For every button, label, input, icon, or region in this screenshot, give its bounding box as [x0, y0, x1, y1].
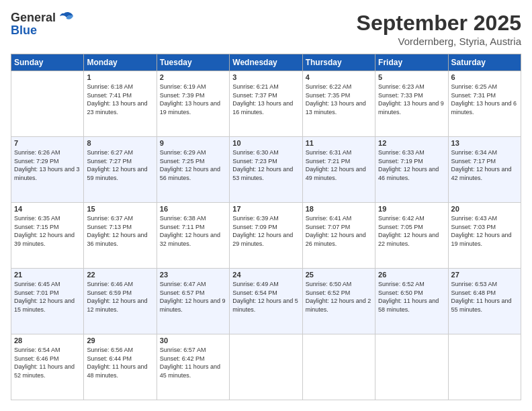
- week-row-3: 14 Sunrise: 6:35 AMSunset: 7:15 PMDaylig…: [11, 203, 521, 269]
- title-block: September 2025 Vordernberg, Styria, Aust…: [357, 11, 521, 47]
- calendar-cell: 22 Sunrise: 6:46 AMSunset: 6:59 PMDaylig…: [84, 269, 157, 334]
- day-info: Sunrise: 6:41 AMSunset: 7:07 PMDaylight:…: [306, 214, 372, 248]
- calendar-cell: [448, 334, 521, 400]
- col-tuesday: Tuesday: [157, 54, 229, 71]
- calendar-cell: 19 Sunrise: 6:42 AMSunset: 7:05 PMDaylig…: [375, 203, 448, 269]
- day-info: Sunrise: 6:56 AMSunset: 6:44 PMDaylight:…: [87, 346, 153, 379]
- col-monday: Monday: [84, 54, 157, 71]
- day-info: Sunrise: 6:29 AMSunset: 7:25 PMDaylight:…: [160, 148, 226, 182]
- day-number: 19: [378, 205, 445, 213]
- calendar-cell: [230, 334, 302, 400]
- day-info: Sunrise: 6:26 AMSunset: 7:29 PMDaylight:…: [14, 148, 81, 182]
- day-number: 7: [14, 139, 81, 147]
- day-info: Sunrise: 6:19 AMSunset: 7:39 PMDaylight:…: [160, 83, 226, 116]
- col-saturday: Saturday: [448, 54, 521, 71]
- calendar-cell: 29 Sunrise: 6:56 AMSunset: 6:44 PMDaylig…: [84, 334, 157, 400]
- calendar-cell: 20 Sunrise: 6:43 AMSunset: 7:03 PMDaylig…: [448, 203, 521, 269]
- calendar-cell: 17 Sunrise: 6:39 AMSunset: 7:09 PMDaylig…: [230, 203, 302, 269]
- calendar-cell: 25 Sunrise: 6:50 AMSunset: 6:52 PMDaylig…: [302, 269, 375, 334]
- calendar-cell: 8 Sunrise: 6:27 AMSunset: 7:27 PMDayligh…: [84, 137, 157, 203]
- day-info: Sunrise: 6:38 AMSunset: 7:11 PMDaylight:…: [160, 214, 226, 248]
- day-info: Sunrise: 6:42 AMSunset: 7:05 PMDaylight:…: [378, 214, 445, 248]
- day-info: Sunrise: 6:53 AMSunset: 6:48 PMDaylight:…: [451, 280, 518, 314]
- week-row-1: 1 Sunrise: 6:18 AMSunset: 7:41 PMDayligh…: [11, 71, 521, 137]
- header: General Blue September 2025 Vordernberg,…: [11, 11, 521, 47]
- day-info: Sunrise: 6:18 AMSunset: 7:41 PMDaylight:…: [87, 83, 153, 116]
- calendar-cell: 27 Sunrise: 6:53 AMSunset: 6:48 PMDaylig…: [448, 269, 521, 334]
- day-info: Sunrise: 6:43 AMSunset: 7:03 PMDaylight:…: [451, 214, 518, 248]
- day-info: Sunrise: 6:45 AMSunset: 7:01 PMDaylight:…: [14, 280, 81, 314]
- day-number: 2: [160, 73, 226, 81]
- day-number: 18: [306, 205, 372, 213]
- logo-bird-icon: [57, 11, 75, 26]
- col-thursday: Thursday: [302, 54, 375, 71]
- day-info: Sunrise: 6:27 AMSunset: 7:27 PMDaylight:…: [87, 148, 153, 182]
- day-number: 1: [87, 73, 153, 81]
- day-number: 5: [378, 73, 445, 81]
- day-number: 20: [451, 205, 518, 213]
- day-number: 22: [87, 271, 153, 279]
- calendar-cell: 13 Sunrise: 6:34 AMSunset: 7:17 PMDaylig…: [448, 137, 521, 203]
- day-number: 25: [306, 271, 372, 279]
- day-info: Sunrise: 6:54 AMSunset: 6:46 PMDaylight:…: [14, 346, 81, 379]
- day-number: 3: [232, 73, 299, 81]
- day-number: 26: [378, 271, 445, 279]
- day-number: 29: [87, 336, 153, 345]
- day-info: Sunrise: 6:23 AMSunset: 7:33 PMDaylight:…: [378, 83, 445, 116]
- calendar-cell: 4 Sunrise: 6:22 AMSunset: 7:35 PMDayligh…: [302, 71, 375, 137]
- day-number: 15: [87, 205, 153, 213]
- week-row-4: 21 Sunrise: 6:45 AMSunset: 7:01 PMDaylig…: [11, 269, 521, 334]
- calendar-cell: 28 Sunrise: 6:54 AMSunset: 6:46 PMDaylig…: [11, 334, 84, 400]
- day-number: 9: [160, 139, 226, 147]
- calendar-cell: 14 Sunrise: 6:35 AMSunset: 7:15 PMDaylig…: [11, 203, 84, 269]
- calendar-cell: 15 Sunrise: 6:37 AMSunset: 7:13 PMDaylig…: [84, 203, 157, 269]
- day-number: 27: [451, 271, 518, 279]
- day-info: Sunrise: 6:49 AMSunset: 6:54 PMDaylight:…: [232, 280, 299, 314]
- day-number: 28: [14, 336, 81, 345]
- day-number: 23: [160, 271, 226, 279]
- day-info: Sunrise: 6:21 AMSunset: 7:37 PMDaylight:…: [232, 83, 299, 116]
- logo-blue: Blue: [11, 24, 75, 38]
- day-info: Sunrise: 6:46 AMSunset: 6:59 PMDaylight:…: [87, 280, 153, 314]
- calendar-cell: [11, 71, 84, 137]
- week-row-2: 7 Sunrise: 6:26 AMSunset: 7:29 PMDayligh…: [11, 137, 521, 203]
- calendar-cell: [375, 334, 448, 400]
- day-number: 12: [378, 139, 445, 147]
- day-info: Sunrise: 6:35 AMSunset: 7:15 PMDaylight:…: [14, 214, 81, 248]
- calendar-cell: 21 Sunrise: 6:45 AMSunset: 7:01 PMDaylig…: [11, 269, 84, 334]
- calendar-table: Sunday Monday Tuesday Wednesday Thursday…: [11, 54, 521, 400]
- day-number: 13: [451, 139, 518, 147]
- day-number: 17: [232, 205, 299, 213]
- calendar-cell: 6 Sunrise: 6:25 AMSunset: 7:31 PMDayligh…: [448, 71, 521, 137]
- day-info: Sunrise: 6:33 AMSunset: 7:19 PMDaylight:…: [378, 148, 445, 182]
- calendar-cell: [302, 334, 375, 400]
- day-number: 6: [451, 73, 518, 81]
- col-friday: Friday: [375, 54, 448, 71]
- day-info: Sunrise: 6:22 AMSunset: 7:35 PMDaylight:…: [306, 83, 372, 116]
- calendar-cell: 3 Sunrise: 6:21 AMSunset: 7:37 PMDayligh…: [230, 71, 302, 137]
- calendar-cell: 7 Sunrise: 6:26 AMSunset: 7:29 PMDayligh…: [11, 137, 84, 203]
- day-info: Sunrise: 6:57 AMSunset: 6:42 PMDaylight:…: [160, 346, 226, 379]
- calendar-cell: 23 Sunrise: 6:47 AMSunset: 6:57 PMDaylig…: [157, 269, 229, 334]
- calendar-cell: 18 Sunrise: 6:41 AMSunset: 7:07 PMDaylig…: [302, 203, 375, 269]
- day-number: 4: [306, 73, 372, 81]
- day-number: 24: [232, 271, 299, 279]
- calendar-header-row: Sunday Monday Tuesday Wednesday Thursday…: [11, 54, 521, 71]
- day-number: 10: [232, 139, 299, 147]
- calendar-cell: 30 Sunrise: 6:57 AMSunset: 6:42 PMDaylig…: [157, 334, 229, 400]
- logo-general: General: [11, 11, 56, 25]
- calendar-cell: 2 Sunrise: 6:19 AMSunset: 7:39 PMDayligh…: [157, 71, 229, 137]
- location: Vordernberg, Styria, Austria: [357, 36, 521, 47]
- calendar-cell: 10 Sunrise: 6:30 AMSunset: 7:23 PMDaylig…: [230, 137, 302, 203]
- page: General Blue September 2025 Vordernberg,…: [0, 0, 532, 411]
- day-info: Sunrise: 6:25 AMSunset: 7:31 PMDaylight:…: [451, 83, 518, 116]
- calendar-cell: 5 Sunrise: 6:23 AMSunset: 7:33 PMDayligh…: [375, 71, 448, 137]
- day-number: 8: [87, 139, 153, 147]
- day-info: Sunrise: 6:39 AMSunset: 7:09 PMDaylight:…: [232, 214, 299, 248]
- calendar-cell: 11 Sunrise: 6:31 AMSunset: 7:21 PMDaylig…: [302, 137, 375, 203]
- col-wednesday: Wednesday: [230, 54, 302, 71]
- day-info: Sunrise: 6:50 AMSunset: 6:52 PMDaylight:…: [306, 280, 372, 314]
- calendar-cell: 16 Sunrise: 6:38 AMSunset: 7:11 PMDaylig…: [157, 203, 229, 269]
- day-number: 14: [14, 205, 81, 213]
- day-number: 30: [160, 336, 226, 345]
